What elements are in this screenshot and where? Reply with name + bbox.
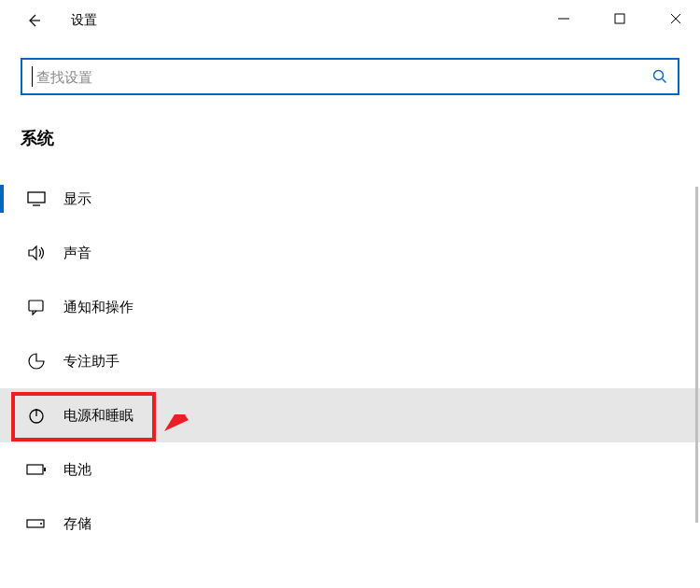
storage-icon bbox=[26, 513, 47, 534]
close-button[interactable] bbox=[659, 6, 693, 32]
nav-label: 电池 bbox=[63, 461, 91, 479]
scrollbar[interactable] bbox=[695, 187, 698, 523]
nav-item-battery[interactable]: 电池 bbox=[0, 442, 700, 497]
svg-rect-9 bbox=[29, 301, 43, 311]
maximize-icon bbox=[614, 13, 625, 24]
nav-label: 显示 bbox=[63, 190, 91, 208]
search-box[interactable] bbox=[21, 58, 679, 95]
search-input[interactable] bbox=[36, 69, 651, 85]
svg-line-6 bbox=[663, 79, 666, 83]
battery-icon bbox=[26, 459, 47, 480]
svg-point-5 bbox=[654, 71, 664, 80]
back-button[interactable] bbox=[17, 4, 50, 37]
minimize-icon bbox=[557, 12, 570, 25]
power-icon bbox=[26, 405, 47, 426]
display-icon bbox=[26, 189, 47, 209]
nav-label: 专注助手 bbox=[63, 353, 119, 371]
section-title: 系统 bbox=[21, 127, 679, 149]
sound-icon bbox=[26, 243, 47, 263]
svg-rect-12 bbox=[27, 465, 43, 474]
nav-item-display[interactable]: 显示 bbox=[0, 172, 700, 226]
svg-rect-7 bbox=[28, 192, 45, 203]
close-icon bbox=[669, 12, 682, 25]
focus-icon bbox=[26, 351, 47, 371]
nav-item-storage[interactable]: 存储 bbox=[0, 497, 700, 551]
search-icon bbox=[651, 68, 668, 85]
window-title: 设置 bbox=[71, 12, 97, 29]
back-arrow-icon bbox=[25, 12, 42, 29]
nav-label: 声音 bbox=[63, 245, 91, 262]
nav-item-sound[interactable]: 声音 bbox=[0, 226, 700, 280]
svg-point-15 bbox=[40, 523, 42, 525]
nav-label: 存储 bbox=[63, 515, 91, 533]
nav-item-notifications[interactable]: 通知和操作 bbox=[0, 280, 700, 334]
minimize-button[interactable] bbox=[547, 6, 581, 32]
nav-item-power[interactable]: 电源和睡眠 bbox=[0, 388, 700, 442]
svg-rect-2 bbox=[615, 14, 624, 23]
nav-label: 通知和操作 bbox=[63, 299, 133, 316]
svg-rect-13 bbox=[44, 468, 46, 471]
nav-item-focus[interactable]: 专注助手 bbox=[0, 334, 700, 388]
maximize-button[interactable] bbox=[603, 6, 637, 32]
notification-icon bbox=[26, 297, 47, 317]
text-cursor bbox=[32, 66, 33, 87]
nav-label: 电源和睡眠 bbox=[63, 407, 133, 425]
